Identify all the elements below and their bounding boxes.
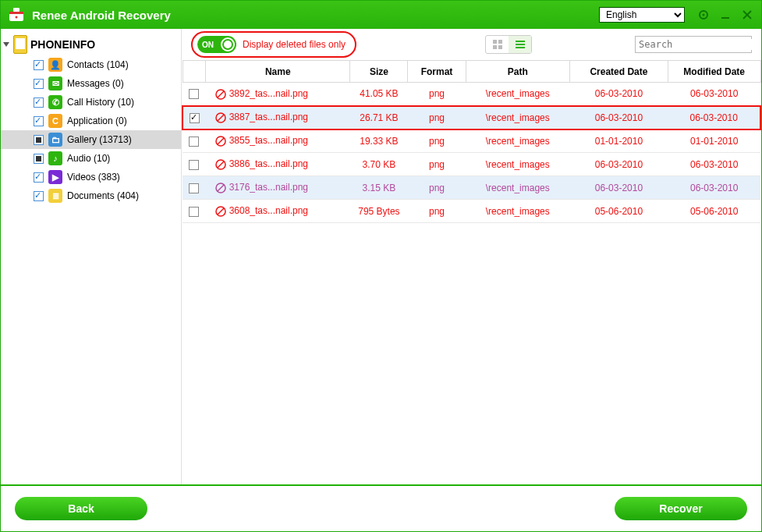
settings-icon[interactable] (696, 7, 711, 23)
language-select[interactable]: English (599, 7, 685, 23)
deleted-icon (215, 206, 226, 217)
col-name[interactable]: Name (206, 61, 350, 83)
sidebar-checkbox[interactable] (34, 154, 44, 164)
cell-modified: 06-03-2010 (668, 83, 760, 106)
sidebar-item-application[interactable]: CApplication (0) (1, 112, 181, 130)
svg-rect-1 (9, 12, 23, 14)
cell-created: 06-03-2010 (569, 153, 668, 176)
cell-modified: 05-06-2010 (668, 200, 760, 223)
recover-button[interactable]: Recover (615, 497, 747, 520)
deleted-icon (215, 159, 226, 170)
deleted-icon (215, 136, 226, 147)
sidebar-item-messages[interactable]: ✉Messages (0) (1, 74, 181, 93)
cell-created: 06-03-2010 (569, 106, 668, 129)
cell-size: 19.33 KB (350, 129, 408, 153)
col-size[interactable]: Size (350, 61, 408, 83)
sidebar-checkbox[interactable] (34, 172, 44, 183)
search-box[interactable] (635, 36, 752, 53)
cell-size: 26.71 KB (350, 106, 408, 129)
close-icon[interactable] (739, 7, 755, 23)
sidebar-item-label: Call History (10) (67, 97, 134, 108)
row-checkbox[interactable] (190, 113, 200, 123)
cell-size: 3.70 KB (350, 153, 408, 176)
cell-created: 06-03-2010 (569, 176, 668, 200)
svg-rect-13 (498, 45, 502, 49)
sidebar-item-callhistory[interactable]: ✆Call History (10) (1, 93, 181, 112)
gallery-icon: 🗀 (48, 133, 62, 147)
table-row[interactable]: 3855_tas...nail.png19.33 KBpng\recent_im… (183, 129, 760, 153)
deleted-only-toggle[interactable]: ON (197, 36, 236, 53)
svg-point-3 (16, 16, 18, 19)
sidebar-item-label: Audio (10) (67, 153, 110, 164)
col-path[interactable]: Path (466, 61, 569, 83)
minimize-icon[interactable] (718, 7, 733, 23)
documents-icon: ≣ (48, 189, 62, 203)
sidebar-checkbox[interactable] (34, 79, 44, 89)
main-panel: ON Display deleted files only NameSizeFo… (182, 29, 761, 484)
cell-format: png (408, 106, 466, 129)
toggle-state: ON (202, 41, 214, 49)
cell-created: 01-01-2010 (569, 129, 668, 153)
row-checkbox[interactable] (189, 89, 199, 99)
back-button[interactable]: Back (15, 497, 147, 520)
svg-rect-2 (13, 8, 19, 12)
sidebar-checkbox[interactable] (34, 60, 44, 70)
cell-format: png (408, 129, 466, 153)
table-row[interactable]: 3887_tas...nail.png26.71 KBpng\recent_im… (183, 106, 760, 129)
sidebar-checkbox[interactable] (34, 191, 44, 201)
deleted-only-toggle-wrap: ON Display deleted files only (191, 31, 356, 58)
videos-icon: ▶ (48, 170, 62, 184)
col-created-date[interactable]: Created Date (569, 61, 668, 83)
search-input[interactable] (639, 39, 758, 50)
callhistory-icon: ✆ (48, 95, 62, 109)
row-checkbox[interactable] (189, 160, 199, 170)
svg-line-28 (218, 185, 224, 191)
cell-created: 06-03-2010 (569, 83, 668, 106)
sidebar-item-gallery[interactable]: 🗀Gallery (13713) (1, 130, 181, 149)
svg-rect-10 (493, 40, 497, 44)
contacts-icon: 👤 (48, 58, 62, 72)
sidebar-item-videos[interactable]: ▶Videos (383) (1, 168, 181, 186)
table-row[interactable]: 3886_tas...nail.png3.70 KBpng\recent_ima… (183, 153, 760, 176)
sidebar-item-audio[interactable]: ♪Audio (10) (1, 149, 181, 168)
toggle-label: Display deleted files only (243, 39, 346, 50)
list-view-button[interactable] (509, 36, 531, 53)
cell-name: 3608_tas...nail.png (206, 200, 350, 223)
table-row[interactable]: 3892_tas...nail.png41.05 KBpng\recent_im… (183, 83, 760, 106)
table-row[interactable]: 3176_tas...nail.png3.15 KBpng\recent_ima… (183, 176, 760, 200)
sidebar-checkbox[interactable] (34, 98, 44, 108)
cell-format: png (408, 176, 466, 200)
sidebar-checkbox[interactable] (34, 135, 44, 145)
collapse-icon[interactable] (2, 41, 10, 48)
col-format[interactable]: Format (408, 61, 466, 83)
cell-format: png (408, 153, 466, 176)
sidebar-item-documents[interactable]: ≣Documents (404) (1, 186, 181, 205)
window-controls (696, 7, 755, 23)
cell-path: \recent_images (466, 176, 569, 200)
app-title: Renee Android Recovery (32, 9, 171, 22)
application-icon: C (48, 114, 62, 128)
deleted-icon (215, 112, 226, 123)
row-checkbox[interactable] (189, 207, 199, 217)
messages-icon: ✉ (48, 76, 62, 90)
cell-name: 3887_tas...nail.png (206, 106, 350, 129)
svg-line-20 (218, 91, 224, 98)
cell-path: \recent_images (466, 200, 569, 223)
row-checkbox[interactable] (189, 137, 199, 147)
grid-view-button[interactable] (486, 36, 509, 53)
table-row[interactable]: 3608_tas...nail.png795 Bytespng\recent_i… (183, 200, 760, 223)
sidebar-checkbox[interactable] (34, 116, 44, 126)
footer: Back Recover (1, 484, 761, 531)
cell-created: 05-06-2010 (569, 200, 668, 223)
deleted-icon (215, 89, 226, 100)
cell-path: \recent_images (466, 153, 569, 176)
cell-name: 3176_tas...nail.png (206, 176, 350, 200)
svg-line-30 (218, 208, 224, 215)
device-root[interactable]: PHONEINFO (1, 34, 181, 55)
cell-modified: 06-03-2010 (668, 176, 760, 200)
sidebar-item-contacts[interactable]: 👤Contacts (104) (1, 55, 181, 74)
col-modified-date[interactable]: Modified Date (668, 61, 760, 83)
sidebar-item-label: Messages (0) (67, 78, 124, 89)
svg-line-24 (218, 138, 224, 144)
row-checkbox[interactable] (189, 183, 199, 193)
